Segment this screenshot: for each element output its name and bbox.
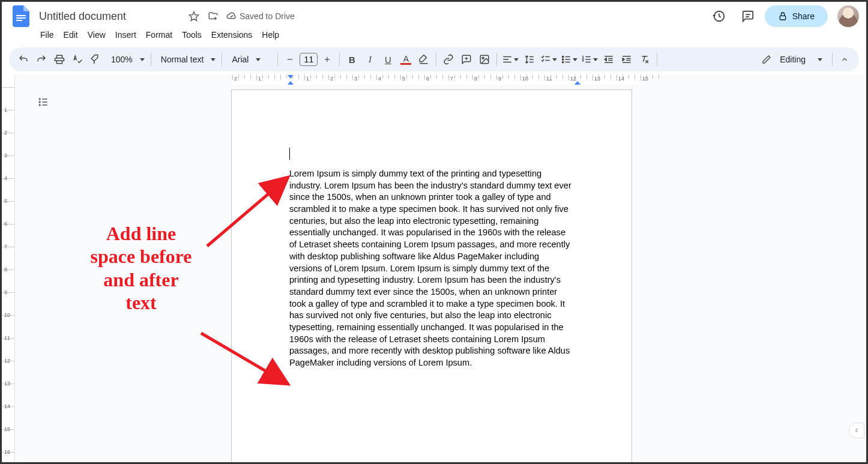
svg-rect-6 [57,55,62,58]
page[interactable]: Lorem Ipsum is simply dummy text of the … [231,89,632,464]
print-button[interactable] [51,51,68,68]
menu-tools[interactable]: Tools [177,28,206,42]
font-size-input[interactable] [300,53,318,66]
chevron-down-icon [140,58,145,61]
add-comment-button[interactable] [458,51,475,68]
svg-point-44 [39,98,40,100]
share-button[interactable]: Share [765,5,828,27]
svg-rect-0 [16,15,26,16]
vertical-ruler[interactable] [2,75,15,464]
menu-edit[interactable]: Edit [59,28,83,42]
side-panel-toggle[interactable] [849,423,864,438]
zoom-value: 100% [107,55,136,64]
menu-insert[interactable]: Insert [110,28,141,42]
move-icon[interactable] [206,9,220,23]
decrease-indent-button[interactable] [600,51,617,68]
spellcheck-button[interactable] [69,51,86,68]
svg-rect-7 [57,61,62,64]
svg-point-23 [562,56,564,57]
version-history-icon[interactable] [707,4,731,28]
editing-mode-button[interactable]: Editing [756,52,828,67]
paragraph-style-value: Normal text [157,55,208,64]
insert-image-button[interactable] [476,51,493,68]
zoom-select[interactable]: 100% [105,55,147,64]
document-body-text[interactable]: Lorem Ipsum is simply dummy text of the … [289,168,574,369]
account-avatar[interactable] [837,5,859,27]
document-canvas[interactable]: 21123456789101112131415 Lorem Ipsum is s… [15,75,866,464]
text-cursor [289,148,290,160]
outline-toggle-button[interactable] [34,93,52,111]
svg-text:2: 2 [582,58,585,62]
paint-format-button[interactable] [87,51,104,68]
document-title-input[interactable] [35,9,182,24]
svg-point-14 [483,57,484,59]
toolbar: 100% Normal text Arial B I U A [9,47,859,71]
chevron-down-icon [211,58,215,61]
increase-font-button[interactable] [319,51,336,68]
svg-rect-1 [16,17,26,19]
line-spacing-button[interactable] [521,51,538,68]
cloud-done-icon [226,11,237,22]
svg-point-25 [562,61,564,62]
left-indent-marker[interactable] [288,81,294,85]
menu-format[interactable]: Format [141,28,177,42]
bulleted-list-button[interactable] [559,51,579,68]
redo-button[interactable] [33,51,50,68]
chevron-down-icon [818,58,822,61]
align-button[interactable] [501,51,520,68]
checklist-button[interactable] [539,51,558,68]
bold-button[interactable]: B [343,51,360,68]
pencil-icon [762,55,771,64]
increase-indent-button[interactable] [618,51,635,68]
menu-view[interactable]: View [83,28,110,42]
lock-icon [778,11,788,21]
menu-bar: File Edit View Insert Format Tools Exten… [2,26,866,44]
italic-button[interactable]: I [361,51,378,68]
star-icon[interactable] [187,9,201,23]
undo-button[interactable] [15,51,32,68]
menu-help[interactable]: Help [257,28,284,42]
svg-rect-5 [780,16,785,20]
collapse-toolbar-button[interactable] [836,51,853,68]
svg-point-24 [562,59,564,60]
decrease-font-button[interactable] [282,51,298,68]
save-status[interactable]: Saved to Drive [226,11,295,22]
text-color-button[interactable]: A [397,51,414,68]
docs-logo[interactable] [9,4,33,28]
svg-rect-2 [16,20,22,21]
insert-link-button[interactable] [440,51,457,68]
save-status-label: Saved to Drive [240,11,295,21]
numbered-list-button[interactable]: 12 [580,51,599,68]
chevron-left-icon [853,427,860,434]
chevron-down-icon [256,58,261,61]
list-icon [37,96,49,108]
annotation-text: Add line space before and after text [72,222,210,315]
menu-file[interactable]: File [35,28,59,42]
menu-extensions[interactable]: Extensions [206,28,257,42]
clear-formatting-button[interactable] [636,51,653,68]
share-label: Share [792,11,815,21]
comments-icon[interactable] [736,4,760,28]
underline-button[interactable]: U [379,51,396,68]
svg-point-46 [39,104,40,106]
font-value: Arial [228,55,252,64]
highlight-button[interactable] [415,51,432,68]
horizontal-ruler[interactable]: 21123456789101112131415 [232,75,640,85]
font-select[interactable]: Arial [226,55,274,64]
paragraph-style-select[interactable]: Normal text [155,55,219,64]
editing-mode-label: Editing [776,55,809,64]
svg-point-45 [39,101,40,103]
